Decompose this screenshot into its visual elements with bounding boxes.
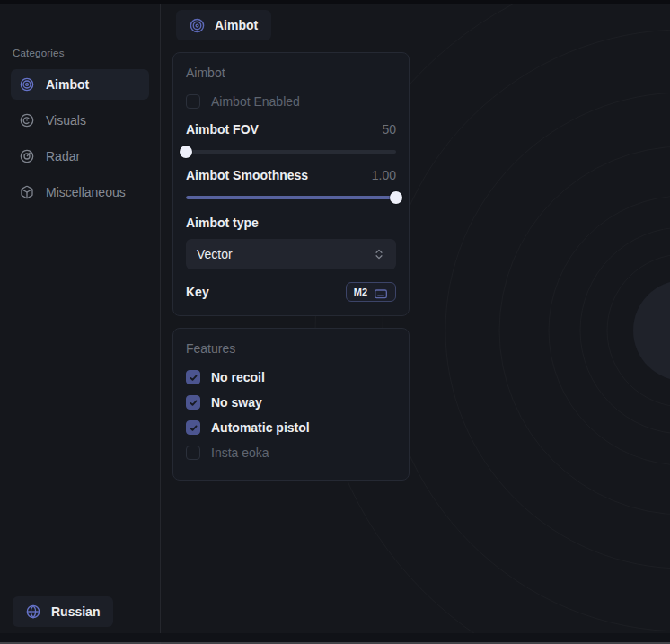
slider-thumb[interactable]	[180, 146, 192, 158]
eye-icon	[20, 113, 34, 128]
target-icon	[190, 18, 205, 33]
smoothness-slider[interactable]	[186, 191, 396, 204]
bottom-edge-strip	[0, 633, 670, 642]
categories-section-label: Categories	[13, 48, 160, 58]
feature-row-no-recoil[interactable]: No recoil	[186, 366, 396, 388]
main-content: Aimbot Aimbot Aimbot Enabled Aimbot FOV …	[172, 0, 410, 481]
sidebar-item-label: Aimbot	[46, 77, 89, 92]
sidebar-item-label: Radar	[46, 149, 80, 163]
panel-title: Aimbot	[186, 66, 396, 80]
slider-fill	[186, 196, 396, 199]
slider-thumb[interactable]	[390, 191, 402, 204]
smoothness-value: 1.00	[372, 168, 396, 182]
language-button-label: Russian	[51, 604, 100, 619]
no-recoil-checkbox[interactable]	[186, 370, 200, 384]
sidebar-item-label: Visuals	[46, 113, 86, 128]
aimbot-enabled-label: Aimbot Enabled	[211, 94, 300, 109]
language-button[interactable]: Russian	[13, 596, 113, 627]
sidebar: Categories Aimbot Visuals Radar Miscella…	[0, 0, 161, 644]
radar-icon	[20, 149, 34, 163]
slider-track	[186, 150, 396, 154]
fov-value: 50	[382, 122, 396, 137]
smoothness-row: Aimbot Smoothness 1.00	[186, 168, 396, 182]
sidebar-item-miscellaneous[interactable]: Miscellaneous	[11, 177, 149, 207]
keybind-button[interactable]: M2	[346, 282, 396, 302]
box-icon	[20, 185, 34, 199]
chevron-up-down-icon	[373, 248, 385, 260]
insta-eoka-checkbox[interactable]	[186, 446, 200, 460]
tab-aimbot[interactable]: Aimbot	[176, 10, 271, 40]
feature-label: No sway	[211, 395, 262, 410]
key-label: Key	[186, 285, 209, 299]
features-panel: Features No recoil No sway Automatic pis…	[172, 328, 410, 481]
fov-label: Aimbot FOV	[186, 122, 259, 137]
no-sway-checkbox[interactable]	[186, 395, 200, 410]
fov-row: Aimbot FOV 50	[186, 122, 396, 137]
target-icon	[20, 77, 34, 92]
sidebar-item-radar[interactable]: Radar	[11, 141, 149, 172]
slider-track	[186, 196, 396, 199]
globe-icon	[26, 604, 40, 619]
sidebar-item-label: Miscellaneous	[46, 185, 126, 199]
tab-label: Aimbot	[215, 18, 258, 32]
aimbot-type-select[interactable]: Vector	[186, 239, 396, 269]
feature-label: No recoil	[211, 370, 265, 384]
aimbot-enabled-checkbox[interactable]	[186, 94, 200, 109]
automatic-pistol-checkbox[interactable]	[186, 420, 200, 435]
check-icon	[189, 373, 198, 383]
top-edge-strip	[0, 0, 670, 4]
feature-row-automatic-pistol[interactable]: Automatic pistol	[186, 417, 396, 438]
feature-label: Insta eoka	[211, 446, 269, 460]
feature-row-insta-eoka[interactable]: Insta eoka	[186, 442, 396, 463]
category-nav: Aimbot Visuals Radar Miscellaneous	[0, 69, 160, 207]
aimbot-enabled-row[interactable]: Aimbot Enabled	[186, 91, 396, 112]
panel-title: Features	[186, 341, 396, 356]
check-icon	[189, 423, 198, 433]
check-icon	[189, 398, 198, 408]
fov-slider[interactable]	[186, 146, 396, 158]
aimbot-type-label: Aimbot type	[186, 216, 396, 230]
keyboard-icon	[374, 287, 388, 298]
feature-label: Automatic pistol	[211, 420, 310, 435]
feature-row-no-sway[interactable]: No sway	[186, 392, 396, 413]
key-row: Key M2	[186, 281, 396, 303]
aimbot-panel: Aimbot Aimbot Enabled Aimbot FOV 50 Aimb…	[172, 52, 410, 316]
smoothness-label: Aimbot Smoothness	[186, 168, 308, 182]
keybind-value: M2	[354, 287, 367, 297]
sidebar-item-visuals[interactable]: Visuals	[11, 105, 149, 136]
sidebar-item-aimbot[interactable]: Aimbot	[11, 69, 149, 100]
aimbot-type-value: Vector	[197, 247, 233, 261]
